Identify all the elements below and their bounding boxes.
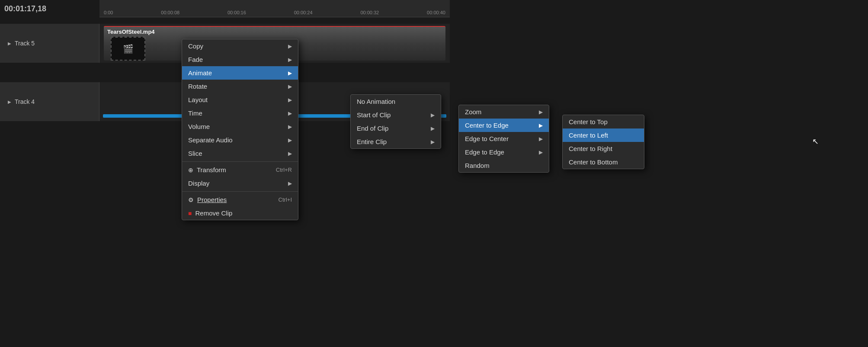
menu-item-display-arrow: ▶ [288,180,292,186]
menu-item-rotate[interactable]: Rotate ▶ [182,80,298,93]
menu-item-fade[interactable]: Fade ▶ [182,53,298,66]
menu-item-start-of-clip-arrow: ▶ [431,112,435,118]
menu-item-layout-label: Layout [188,96,208,103]
menu-item-copy-arrow: ▶ [288,43,292,49]
menu-item-center-to-bottom-label: Center to Bottom [569,158,618,166]
menu-item-slice[interactable]: Slice ▶ [182,147,298,160]
menu-item-rotate-label: Rotate [188,83,207,90]
menu-item-layout[interactable]: Layout ▶ [182,93,298,106]
menu-item-center-to-edge-label: Center to Edge [465,122,509,129]
menu-item-display[interactable]: Display ▶ [182,177,298,190]
menu-item-slice-label: Slice [188,150,202,157]
menu-item-zoom-arrow: ▶ [539,109,543,115]
context-menu-level4: Center to Top Center to Left Center to R… [562,115,644,169]
track-5-arrow: ▶ [8,41,11,46]
menu-item-zoom-label: Zoom [465,108,481,116]
properties-icon: ⚙ [188,196,194,203]
menu-item-fade-label: Fade [188,56,203,63]
menu-item-time-arrow: ▶ [288,110,292,116]
menu-item-center-to-right[interactable]: Center to Right [563,142,644,155]
menu-item-random-label: Random [465,162,490,169]
menu-item-end-of-clip[interactable]: End of Clip ▶ [351,122,441,135]
clip-title: TearsOfSteel.mp4 [104,27,445,37]
context-menu-level2: No Animation Start of Clip ▶ End of Clip… [350,94,441,149]
clip-thumbnail: 🎬 [111,37,145,61]
menu-item-edge-to-edge-arrow: ▶ [539,149,543,155]
menu-item-center-to-left[interactable]: Center to Left [563,129,644,142]
context-menu-level1: Copy ▶ Fade ▶ Animate ▶ Rotate ▶ Layout … [182,39,298,220]
menu-item-properties-label: Properties [197,196,227,203]
menu-item-properties[interactable]: ⚙ Properties Ctrl+I [182,193,298,206]
menu-item-fade-arrow: ▶ [288,57,292,63]
menu-item-transform-shortcut: Ctrl+R [276,167,292,173]
ruler-mark-0: 0:00 [104,10,113,15]
menu-item-transform-label: Transform [197,166,226,174]
timeline-ruler: 0:00 00:00:08 00:00:16 00:00:24 00:00:32… [99,0,450,17]
menu-separator-1 [182,161,298,162]
menu-item-center-to-right-label: Center to Right [569,145,612,152]
ruler-mark-5: 00:00:40 [427,10,445,15]
menu-item-zoom[interactable]: Zoom ▶ [459,105,549,119]
track-5-name: Track 5 [15,40,35,47]
menu-item-center-to-top[interactable]: Center to Top [563,115,644,129]
menu-item-edge-to-center-arrow: ▶ [539,136,543,142]
menu-item-edge-to-center[interactable]: Edge to Center ▶ [459,132,549,145]
menu-item-no-animation-label: No Animation [357,98,395,105]
menu-item-separate-audio-label: Separate Audio [188,136,233,144]
menu-item-display-label: Display [188,180,209,187]
track-4-label: ▶ Track 4 [0,82,99,121]
menu-item-edge-to-edge[interactable]: Edge to Edge ▶ [459,145,549,159]
transform-icon: ⊕ [188,167,193,174]
menu-item-layout-arrow: ▶ [288,97,292,103]
menu-item-copy-label: Copy [188,42,203,50]
menu-item-start-of-clip[interactable]: Start of Clip ▶ [351,108,441,122]
menu-item-animate[interactable]: Animate ▶ [182,66,298,80]
ruler-mark-1: 00:00:08 [161,10,179,15]
menu-item-rotate-arrow: ▶ [288,84,292,90]
menu-item-animate-arrow: ▶ [288,70,292,76]
menu-item-volume-label: Volume [188,123,210,130]
menu-item-properties-shortcut: Ctrl+I [279,196,292,203]
menu-item-transform[interactable]: ⊕ Transform Ctrl+R [182,163,298,177]
menu-item-center-to-edge[interactable]: Center to Edge ▶ [459,119,549,132]
remove-clip-icon: ■ [188,210,192,217]
ruler-mark-4: 00:00:32 [360,10,379,15]
menu-item-end-of-clip-arrow: ▶ [431,125,435,132]
menu-item-time-label: Time [188,109,202,117]
menu-item-time[interactable]: Time ▶ [182,106,298,120]
menu-separator-2 [182,191,298,192]
menu-item-separate-audio-arrow: ▶ [288,137,292,143]
menu-item-edge-to-center-label: Edge to Center [465,135,509,142]
ruler-marks: 0:00 00:00:08 00:00:16 00:00:24 00:00:32… [99,10,450,17]
menu-item-entire-clip[interactable]: Entire Clip ▶ [351,135,441,148]
menu-item-end-of-clip-label: End of Clip [357,125,388,132]
menu-item-center-to-top-label: Center to Top [569,118,608,125]
menu-item-volume-arrow: ▶ [288,124,292,130]
menu-item-start-of-clip-label: Start of Clip [357,111,391,119]
menu-item-separate-audio[interactable]: Separate Audio ▶ [182,133,298,147]
menu-item-volume[interactable]: Volume ▶ [182,120,298,133]
menu-item-animate-label: Animate [188,69,212,77]
menu-item-center-to-edge-arrow: ▶ [539,122,543,129]
menu-item-copy[interactable]: Copy ▶ [182,39,298,53]
track-4-name: Track 4 [15,98,35,105]
menu-item-remove-clip[interactable]: ■ Remove Clip [182,206,298,220]
ruler-mark-2: 00:00:16 [227,10,246,15]
menu-item-no-animation[interactable]: No Animation [351,95,441,108]
menu-item-center-to-left-label: Center to Left [569,132,608,139]
cursor-indicator: ↖ [812,137,819,146]
menu-item-entire-clip-label: Entire Clip [357,138,387,145]
track-5-label: ▶ Track 5 [0,24,99,63]
menu-item-edge-to-edge-label: Edge to Edge [465,148,504,156]
context-menu-level3: Zoom ▶ Center to Edge ▶ Edge to Center ▶… [458,105,549,173]
menu-item-remove-clip-label: Remove Clip [195,209,232,217]
track-4-arrow: ▶ [8,100,11,104]
menu-item-center-to-bottom[interactable]: Center to Bottom [563,155,644,169]
menu-item-random[interactable]: Random [459,159,549,172]
menu-item-entire-clip-arrow: ▶ [431,139,435,145]
ruler-mark-3: 00:00:24 [294,10,313,15]
timecode-display: 00:01:17,18 [4,4,46,13]
menu-item-slice-arrow: ▶ [288,151,292,157]
